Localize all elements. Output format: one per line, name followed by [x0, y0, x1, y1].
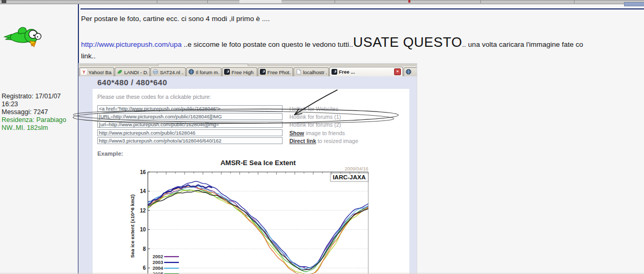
y-tick-label: 14 [140, 188, 146, 194]
hotlink-code-row: Hotlink for forums (1) [97, 113, 283, 120]
chart-series-lines [148, 181, 368, 274]
y-tick-label: 16 [140, 169, 146, 175]
browser-tab-il-forum-m[interactable]: Il forum m... [186, 67, 222, 76]
post-paragraph: http://www.picturepush.com/upa ..e sicco… [81, 35, 644, 52]
toolbar-separator [207, 0, 208, 3]
hotlink-code-row: Show image to friends [97, 129, 283, 137]
example-label: Example: [97, 150, 123, 157]
globe-icon [406, 67, 411, 76]
tab-label: Il forum m... [196, 69, 219, 75]
residence-line: NW..MI. 182slm [2, 124, 78, 132]
chart-source-label: IARC-JAXA [333, 174, 366, 180]
hotlink-code-input[interactable] [97, 113, 283, 120]
post-bottom-rule [0, 273, 644, 273]
yahoo-icon: Y [81, 67, 87, 76]
globe-icon [188, 67, 194, 76]
hotlink-code-input[interactable] [97, 129, 283, 136]
residence-line: Residenza: Parabiago [2, 116, 78, 124]
series-2008 [148, 190, 368, 270]
toolbar-fragment [2, 0, 6, 3]
post-header-rule [80, 8, 644, 9]
legend-label: 2003 [153, 260, 163, 265]
legend-label: 2002 [153, 254, 163, 259]
y-tick-label: 12 [140, 208, 146, 214]
browser-tab-free-phot[interactable]: Free Phot... [258, 67, 293, 76]
y-tick-label: 6 [143, 265, 146, 271]
post-emphasis-text: USATE QUESTO [353, 34, 462, 50]
chart-date: 2009/04/16 [345, 166, 368, 171]
code-action-link[interactable]: Show [289, 130, 304, 136]
hotlink-code-input[interactable] [97, 105, 283, 112]
code-action-link[interactable]: Direct link [289, 138, 316, 144]
hotlink-code-row: Hotlink for forums (2) [97, 121, 283, 128]
toolbar-separator [480, 0, 481, 3]
picturepush-link[interactable]: http://www.picturepush.com/upa [81, 40, 182, 48]
tab-label: Yahoo! Ba... [88, 69, 112, 75]
page-icon [296, 67, 301, 76]
series-2006 [148, 190, 368, 274]
message-count: Messaggi: 7247 [2, 108, 78, 116]
dark-site-icon [260, 67, 266, 76]
registered-date: Registrato: 17/01/07 [2, 93, 78, 100]
tab-label: Free ... [339, 69, 355, 75]
hotlink-code-row: Direct link to resized image [97, 137, 283, 145]
y-tick-label: 10 [140, 227, 146, 232]
hotlink-code-label: Direct link to resized image [289, 138, 358, 144]
series-2004 [148, 186, 368, 269]
browser-tab-free-high[interactable]: Free High ... [222, 67, 257, 76]
tab-label: Free High ... [232, 69, 255, 75]
post-paragraph: link.. [81, 52, 96, 60]
browser-tab-sat24-nl[interactable]: SAT24.nl ... [150, 67, 186, 76]
tab-label: SAT24.nl ... [160, 69, 184, 75]
scrollbar-fragment [624, 2, 644, 6]
hotlink-code-label: Hotlink for Websites [289, 106, 338, 112]
dark-site-icon [224, 67, 230, 76]
dark-site-icon [331, 67, 337, 77]
tab-label: Free Phot... [267, 69, 291, 75]
toolbar-separator [335, 0, 335, 3]
sat24-swirl-icon [153, 67, 158, 76]
post-paragraph: Per postare le foto, cartine ecc. ci son… [81, 15, 644, 23]
legend-label: 2004 [153, 266, 163, 271]
hotlink-code-input[interactable] [97, 137, 283, 144]
y-axis-label: Sea ice extent (x10^6 km2) [129, 195, 135, 258]
embedded-browser-screenshot: YYahoo! Ba...LANDI - D...SAT24.nl ...Il … [79, 64, 417, 274]
hotlink-code-label: Hotlink for forums (2) [289, 121, 341, 128]
browser-tab-free[interactable]: Free ...× [329, 67, 403, 76]
hotlink-code-row: Hotlink for Websites [97, 105, 283, 113]
browser-tab-landi-d[interactable]: LANDI - D... [115, 67, 150, 76]
hotlink-code-label: Hotlink for forums (1) [289, 114, 341, 120]
landi-leaf-icon [117, 67, 123, 76]
toolbar-separator [157, 0, 157, 3]
browser-tab-yahoo-ba[interactable]: YYahoo! Ba... [79, 67, 114, 76]
tab-label: LANDI - D... [124, 69, 148, 75]
toolbar-separator [574, 0, 575, 3]
hotlink-code-input[interactable] [97, 121, 283, 128]
chart-title: AMSR-E Sea Ice Extent [220, 159, 296, 167]
series-2007 [148, 186, 368, 274]
hotlink-code-label: Show image to friends [289, 130, 345, 136]
registered-time: 16:23 [2, 100, 78, 108]
cutoff-toolbar-strip [0, 0, 644, 4]
toolbar-fragment [239, 0, 281, 3]
tab-label: localhostr ... [303, 69, 327, 75]
y-tick-label: 8 [143, 246, 146, 252]
browser-tab-bar: YYahoo! Ba...LANDI - D...SAT24.nl ...Il … [79, 66, 417, 77]
series-2005 [148, 190, 368, 272]
browser-tab-partial[interactable] [404, 67, 417, 76]
post-text: ..e siccome le foto postate con questo l… [182, 40, 353, 48]
sea-ice-extent-chart: AMSR-E Sea Ice Extent2009/04/16161412108… [129, 158, 376, 274]
tab-close-icon[interactable]: × [394, 68, 401, 75]
codes-instruction: Please use these codes for a clickable p… [97, 94, 211, 100]
forum-user-sidebar: Registrato: 17/01/07 16:23 Messaggi: 724… [0, 4, 78, 274]
browser-tab-localhostr[interactable]: localhostr ... [294, 67, 329, 76]
svg-text:Y: Y [83, 70, 86, 75]
post-text: .. una volta caricara l'immagine fate co [462, 40, 583, 48]
toolbar-fragment [408, 0, 410, 3]
size-heading: 640*480 / 480*640 [97, 78, 167, 87]
green-bird-avatar [3, 22, 49, 53]
